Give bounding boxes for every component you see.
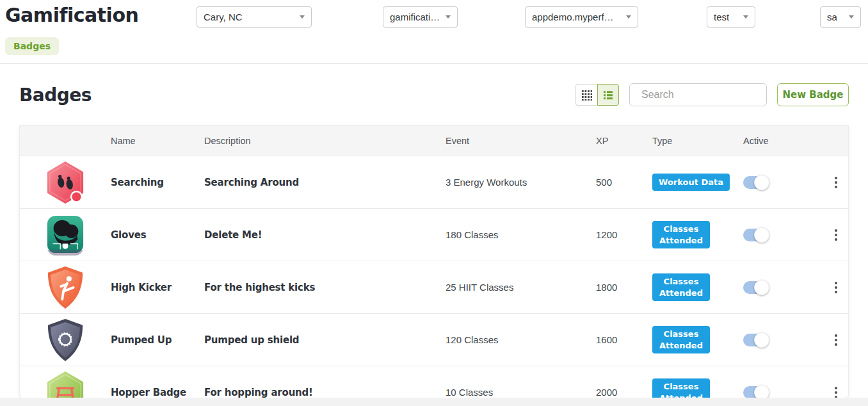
app-title: Gamification (5, 4, 138, 26)
chevron-down-icon (849, 15, 854, 19)
badge-event: 3 Energy Workouts (446, 177, 596, 188)
badge-event: 10 Classes (446, 387, 596, 398)
badge-xp: 1600 (596, 334, 652, 345)
view-toggle (575, 84, 619, 106)
badge-type-pill: Classes Attended (652, 378, 710, 399)
grid-view-icon (581, 90, 592, 101)
table-header-row: Name Description Event XP Type Active (20, 126, 848, 156)
badge-name: Hopper Badge (111, 387, 204, 398)
account-dropdown-value: appdemo.myperf… (532, 12, 614, 22)
badge-name: Gloves (111, 229, 204, 241)
chevron-down-icon (626, 15, 631, 19)
search-input[interactable] (641, 89, 774, 101)
chevron-down-icon (446, 15, 451, 19)
environment-dropdown[interactable]: test (707, 6, 755, 28)
user-dropdown-value: sa (827, 12, 837, 22)
kebab-menu-icon[interactable] (831, 225, 841, 245)
badge-xp: 2000 (596, 387, 652, 398)
badge-description: Pumped up shield (204, 334, 446, 346)
toggle-knob (754, 227, 769, 243)
badge-description: For the highest kicks (204, 282, 446, 293)
badge-description: For hopping around! (204, 387, 446, 398)
toggle-knob (754, 385, 769, 400)
table-row: Gloves Delete Me! 180 Classes 1200 Class… (20, 208, 848, 261)
column-header-name: Name (111, 136, 204, 146)
table-row: Hopper Badge For hopping around! 10 Clas… (20, 366, 848, 399)
badge-type-pill: Classes Attended (652, 273, 710, 301)
badge-description: Searching Around (204, 177, 446, 188)
kebab-menu-icon[interactable] (831, 383, 841, 400)
active-toggle[interactable] (743, 334, 769, 346)
active-toggle[interactable] (743, 229, 769, 241)
new-badge-button[interactable]: New Badge (777, 83, 849, 106)
kebab-menu-icon[interactable] (831, 278, 841, 297)
kebab-menu-icon[interactable] (831, 330, 841, 350)
badge-type-pill: Workout Data (652, 174, 730, 191)
table-row: High Kicker For the highest kicks 25 HII… (20, 261, 848, 313)
badge-name: Pumped Up (111, 334, 204, 346)
active-toggle[interactable] (743, 176, 769, 189)
toggle-knob (754, 280, 769, 295)
user-dropdown[interactable]: sa (820, 6, 861, 28)
footprints-hexagon-red-badge-icon (45, 160, 85, 205)
column-header-type: Type (652, 136, 743, 146)
location-dropdown[interactable]: Cary, NC (197, 6, 312, 28)
badge-event: 180 Classes (446, 229, 596, 240)
column-header-xp: XP (596, 136, 652, 146)
column-header-active: Active (743, 136, 823, 146)
boxing-gloves-teal-badge-icon (45, 213, 85, 257)
breadcrumb-badges-pill[interactable]: Badges (5, 37, 59, 55)
search-box (629, 83, 767, 106)
badge-description: Delete Me! (204, 229, 446, 241)
toggle-knob (754, 175, 769, 190)
hurdle-hexagon-green-badge-icon (45, 370, 85, 400)
badge-event: 25 HIIT Classes (446, 282, 596, 293)
grid-view-button[interactable] (575, 84, 597, 106)
badge-xp: 1800 (596, 282, 652, 293)
badge-xp: 1200 (596, 229, 652, 240)
page-title: Badges (19, 85, 92, 106)
chevron-down-icon (300, 15, 305, 19)
badge-event: 120 Classes (446, 334, 596, 345)
app-dropdown[interactable]: gamificati… (383, 6, 458, 28)
app-dropdown-value: gamificati… (390, 12, 440, 22)
table-body: Searching Searching Around 3 Energy Work… (20, 156, 848, 399)
badge-name: Searching (111, 177, 204, 188)
table-row: Pumped Up Pumped up shield 120 Classes 1… (20, 313, 848, 366)
list-view-button[interactable] (597, 84, 619, 106)
active-toggle[interactable] (743, 386, 769, 399)
environment-dropdown-value: test (714, 12, 729, 22)
app-header: Gamification Cary, NC gamificati… appdem… (0, 0, 868, 64)
toggle-knob (754, 332, 769, 348)
account-dropdown[interactable]: appdemo.myperf… (525, 6, 638, 28)
kick-shield-orange-badge-icon (45, 265, 85, 310)
list-view-icon (602, 89, 614, 101)
badge-type-pill: Classes Attended (652, 326, 710, 353)
kebab-menu-icon[interactable] (831, 173, 841, 192)
badge-type-pill: Classes Attended (652, 221, 710, 248)
location-dropdown-value: Cary, NC (204, 12, 243, 22)
emblem-shield-dark-badge-icon (45, 318, 85, 362)
active-toggle[interactable] (743, 281, 769, 294)
toolbar: Badges New Badge (19, 82, 849, 108)
page-bottom-edge (0, 398, 868, 406)
badge-name: High Kicker (111, 282, 204, 293)
badges-table: Name Description Event XP Type Active Se… (19, 125, 849, 399)
column-header-event: Event (446, 136, 596, 146)
badge-xp: 500 (596, 177, 652, 188)
column-header-description: Description (204, 136, 446, 146)
table-row: Searching Searching Around 3 Energy Work… (20, 156, 848, 208)
chevron-down-icon (743, 15, 748, 19)
